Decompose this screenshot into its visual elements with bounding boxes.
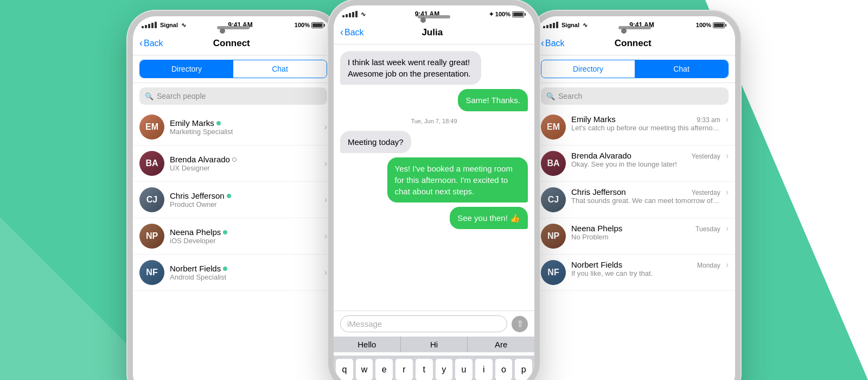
keyboard: q w e r t y u i o p — [334, 356, 534, 380]
back-chevron-icon: ‹ — [139, 37, 143, 49]
contact-info-neena: Neena Phelps iOS Developer — [170, 227, 319, 245]
tab-directory[interactable]: Directory — [140, 60, 233, 78]
phone-3-nav-title: Connect — [615, 38, 652, 49]
avatar-brenda-3: BA — [541, 151, 566, 176]
wifi-icon: ∿ — [181, 22, 186, 29]
msg-sent-3: See you then! 👍 — [450, 207, 528, 229]
phone-2-nav-title: Julia — [422, 27, 443, 38]
online-indicator-emily — [216, 121, 221, 125]
chevron-right-icon-3: › — [726, 115, 729, 124]
key-e[interactable]: e — [375, 359, 393, 380]
search-icon: 🔍 — [145, 92, 154, 100]
chat-item-brenda[interactable]: BA Brenda Alvarado Yesterday Okay. See y… — [534, 145, 735, 182]
battery-icon-3 — [713, 22, 726, 28]
key-y[interactable]: y — [436, 359, 453, 380]
chevron-right-icon-3: › — [726, 224, 729, 233]
phone-1-search-placeholder: Search people — [157, 92, 206, 100]
phone-3-signal: Signal ∿ — [543, 22, 588, 29]
battery-icon-2 — [512, 11, 526, 17]
contact-info-norbert: Norbert Fields Android Specialist — [170, 264, 319, 281]
contact-info-chris: Chris Jefferson Product Owner — [170, 191, 319, 208]
chat-item-norbert[interactable]: NF Norbert Fields Monday If you like, we… — [534, 255, 735, 291]
contact-item-neena[interactable]: NP Neena Phelps iOS Developer › — [133, 218, 334, 255]
avatar-emily-3: EM — [541, 115, 566, 140]
phone-3-back-button[interactable]: ‹ Back — [541, 37, 565, 49]
tab-directory-3[interactable]: Directory — [541, 60, 635, 78]
phone-1-tab-bar: Directory Chat — [133, 55, 334, 83]
bt-icon: ✦ — [489, 11, 494, 18]
phone-1: Signal ∿ 9:41 AM 100% ‹ — [127, 11, 339, 380]
key-w[interactable]: w — [356, 359, 373, 380]
search-icon-3: 🔍 — [546, 92, 555, 100]
online-indicator-norbert — [223, 267, 227, 271]
back-chevron-icon-3: ‹ — [541, 37, 544, 49]
phone-1-nav-bar: ‹ Back Connect — [133, 31, 334, 55]
chat-item-chris[interactable]: CJ Chris Jefferson Yesterday That sounds… — [534, 182, 735, 218]
key-o[interactable]: o — [495, 359, 513, 380]
avatar-norbert: NF — [139, 260, 164, 285]
contact-item-norbert[interactable]: NF Norbert Fields Android Specialist › — [133, 255, 334, 291]
phone-3: Signal ∿ 9:41 AM 100% ‹ — [529, 11, 741, 380]
network-label-3: Signal — [561, 22, 579, 28]
phone-2-signal: ∿ — [342, 11, 366, 18]
offline-indicator-brenda — [232, 157, 237, 162]
chevron-right-icon-3: › — [726, 260, 729, 270]
phone-3-search-bar[interactable]: 🔍 Search — [541, 87, 729, 105]
suggest-hello[interactable]: Hello — [334, 337, 401, 352]
phone-1-back-button[interactable]: ‹ Back — [139, 37, 163, 49]
phone-3-tab-container: Directory Chat — [541, 60, 729, 78]
suggest-hi[interactable]: Hi — [401, 337, 468, 352]
phone-1-nav-title: Connect — [213, 38, 250, 49]
phone-3-camera — [621, 28, 627, 34]
key-q[interactable]: q — [336, 359, 353, 380]
phone-1-signal: Signal ∿ — [142, 22, 186, 29]
msg-sent-1: Same! Thanks. — [458, 89, 528, 111]
key-u[interactable]: u — [455, 359, 473, 380]
chevron-right-icon: › — [324, 268, 327, 277]
contact-item-emily[interactable]: EM Emily Marks Marketing Specialist › — [133, 109, 334, 145]
keyboard-suggestions: Hello Hi Are — [334, 337, 534, 352]
phone-3-battery: 100% — [696, 22, 726, 28]
phone-2-battery: ✦ 100% — [489, 11, 526, 18]
contact-info-emily: Emily Marks Marketing Specialist — [170, 118, 319, 136]
avatar-neena: NP — [139, 224, 164, 249]
chat-item-emily[interactable]: EM Emily Marks 9:33 am Let's catch up be… — [534, 109, 735, 145]
msg-received-2: Meeting today? — [340, 131, 411, 153]
avatar-emily: EM — [139, 115, 164, 140]
key-r[interactable]: r — [395, 359, 413, 380]
key-i[interactable]: i — [475, 359, 493, 380]
phone-1-battery: 100% — [295, 22, 325, 28]
phones-container: Signal ∿ 9:41 AM 100% ‹ — [0, 0, 868, 380]
key-t[interactable]: t — [416, 359, 433, 380]
key-p[interactable]: p — [515, 359, 532, 380]
avatar-chris: CJ — [139, 187, 164, 212]
wifi-icon-2: ∿ — [361, 11, 366, 18]
imessage-input-field[interactable]: iMessage — [340, 315, 507, 332]
contact-item-brenda[interactable]: BA Brenda Alvarado UX Designer › — [133, 145, 334, 182]
wifi-icon-3: ∿ — [583, 22, 588, 29]
msg-timestamp-1: Tue, Jun 7, 18:49 — [340, 118, 528, 124]
phone-3-nav-bar: ‹ Back Connect — [534, 31, 735, 55]
online-indicator-chris — [227, 194, 231, 198]
chat-item-neena[interactable]: NP Neena Phelps Tuesday No Problem › — [534, 218, 735, 255]
battery-icon — [311, 22, 325, 28]
phone-3-tab-bar: Directory Chat — [534, 55, 735, 83]
avatar-norbert-3: NF — [541, 260, 566, 285]
phone-2: ∿ 9:41 AM ✦ 100% ‹ — [328, 0, 540, 380]
tab-chat-3[interactable]: Chat — [635, 60, 728, 78]
phone-1-search-bar[interactable]: 🔍 Search people — [139, 87, 327, 105]
chat-info-norbert: Norbert Fields Monday If you like, we ca… — [571, 260, 720, 277]
phone-2-nav-bar: ‹ Back Julia — [334, 21, 534, 45]
signal-dots — [142, 22, 157, 28]
phone-2-back-button[interactable]: ‹ Back — [340, 27, 364, 38]
suggest-are[interactable]: Are — [468, 337, 534, 352]
phone-3-search-placeholder: Search — [558, 92, 582, 100]
contact-item-chris[interactable]: CJ Chris Jefferson Product Owner › — [133, 182, 334, 218]
tab-chat[interactable]: Chat — [233, 60, 327, 78]
chevron-right-icon: › — [324, 122, 327, 132]
send-button[interactable]: ⇧ — [512, 316, 528, 332]
chevron-right-icon-3: › — [726, 187, 729, 197]
avatar-neena-3: NP — [541, 224, 566, 249]
back-chevron-icon-2: ‹ — [340, 27, 343, 38]
avatar-brenda: BA — [139, 151, 164, 176]
